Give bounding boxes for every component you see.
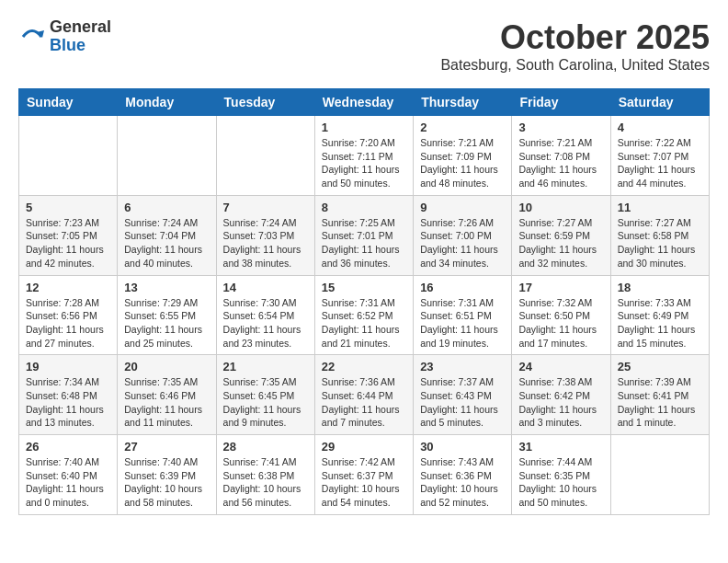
day-info: Sunrise: 7:39 AM Sunset: 6:41 PM Dayligh…: [618, 375, 702, 430]
page-header: General Blue October 2025 Batesburg, Sou…: [18, 18, 710, 74]
weekday-header-monday: Monday: [118, 89, 216, 116]
day-number: 24: [518, 360, 603, 373]
day-number: 12: [26, 281, 110, 294]
calendar-cell: 6Sunrise: 7:24 AM Sunset: 7:04 PM Daylig…: [118, 195, 216, 275]
day-info: Sunrise: 7:30 AM Sunset: 6:54 PM Dayligh…: [223, 296, 308, 350]
logo-general-text: General: [50, 18, 111, 37]
weekday-header-saturday: Saturday: [610, 89, 709, 116]
day-number: 31: [518, 440, 603, 454]
day-info: Sunrise: 7:35 AM Sunset: 6:45 PM Dayligh…: [223, 375, 308, 430]
day-number: 18: [618, 281, 702, 294]
calendar-cell: 10Sunrise: 7:27 AM Sunset: 6:59 PM Dayli…: [512, 195, 610, 275]
title-section: October 2025 Batesburg, South Carolina, …: [440, 18, 710, 74]
day-info: Sunrise: 7:40 AM Sunset: 6:39 PM Dayligh…: [124, 455, 209, 510]
calendar-cell: 17Sunrise: 7:32 AM Sunset: 6:50 PM Dayli…: [512, 275, 610, 355]
day-number: 11: [618, 201, 702, 214]
calendar-cell: 1Sunrise: 7:20 AM Sunset: 7:11 PM Daylig…: [314, 116, 413, 196]
calendar-cell: 29Sunrise: 7:42 AM Sunset: 6:37 PM Dayli…: [314, 435, 413, 515]
calendar-week-row: 1Sunrise: 7:20 AM Sunset: 7:11 PM Daylig…: [19, 116, 710, 196]
day-number: 23: [420, 360, 505, 373]
day-number: 28: [223, 440, 308, 454]
day-info: Sunrise: 7:37 AM Sunset: 6:43 PM Dayligh…: [420, 375, 505, 430]
day-number: 13: [124, 281, 209, 294]
day-info: Sunrise: 7:38 AM Sunset: 6:42 PM Dayligh…: [518, 375, 603, 430]
day-number: 2: [420, 121, 505, 134]
day-number: 10: [518, 201, 603, 214]
weekday-header-tuesday: Tuesday: [216, 89, 314, 116]
day-number: 5: [26, 201, 110, 214]
day-info: Sunrise: 7:40 AM Sunset: 6:40 PM Dayligh…: [26, 455, 110, 510]
logo-text: General Blue: [50, 18, 111, 55]
calendar-cell: [19, 116, 118, 196]
day-number: 29: [322, 440, 406, 454]
calendar-cell: [118, 116, 216, 196]
calendar-cell: 26Sunrise: 7:40 AM Sunset: 6:40 PM Dayli…: [19, 435, 118, 515]
month-title: October 2025: [440, 18, 710, 57]
logo-icon: [18, 23, 46, 51]
calendar-cell: 20Sunrise: 7:35 AM Sunset: 6:46 PM Dayli…: [118, 355, 216, 435]
day-number: 19: [26, 360, 110, 373]
day-info: Sunrise: 7:33 AM Sunset: 6:49 PM Dayligh…: [618, 296, 702, 350]
day-number: 4: [618, 121, 702, 134]
weekday-header-sunday: Sunday: [19, 89, 118, 116]
calendar-cell: 19Sunrise: 7:34 AM Sunset: 6:48 PM Dayli…: [19, 355, 118, 435]
calendar-cell: 12Sunrise: 7:28 AM Sunset: 6:56 PM Dayli…: [19, 275, 118, 355]
day-number: 7: [223, 201, 308, 214]
location-title: Batesburg, South Carolina, United States: [440, 57, 710, 74]
logo: General Blue: [18, 18, 111, 55]
day-number: 14: [223, 281, 308, 294]
weekday-header-thursday: Thursday: [414, 89, 512, 116]
day-info: Sunrise: 7:26 AM Sunset: 7:00 PM Dayligh…: [420, 216, 505, 270]
day-number: 17: [518, 281, 603, 294]
day-number: 6: [124, 201, 209, 214]
day-number: 1: [322, 121, 406, 134]
day-info: Sunrise: 7:34 AM Sunset: 6:48 PM Dayligh…: [26, 375, 110, 430]
weekday-header-friday: Friday: [512, 89, 610, 116]
day-info: Sunrise: 7:25 AM Sunset: 7:01 PM Dayligh…: [322, 216, 406, 270]
day-number: 25: [618, 360, 702, 373]
day-number: 26: [26, 440, 110, 454]
day-info: Sunrise: 7:28 AM Sunset: 6:56 PM Dayligh…: [26, 296, 110, 350]
calendar-cell: 4Sunrise: 7:22 AM Sunset: 7:07 PM Daylig…: [610, 116, 709, 196]
calendar-cell: 18Sunrise: 7:33 AM Sunset: 6:49 PM Dayli…: [610, 275, 709, 355]
calendar-cell: 22Sunrise: 7:36 AM Sunset: 6:44 PM Dayli…: [314, 355, 413, 435]
weekday-header-wednesday: Wednesday: [314, 89, 413, 116]
day-info: Sunrise: 7:21 AM Sunset: 7:09 PM Dayligh…: [420, 136, 505, 190]
day-info: Sunrise: 7:22 AM Sunset: 7:07 PM Dayligh…: [618, 136, 702, 190]
day-info: Sunrise: 7:21 AM Sunset: 7:08 PM Dayligh…: [518, 136, 603, 190]
calendar-week-row: 26Sunrise: 7:40 AM Sunset: 6:40 PM Dayli…: [19, 435, 710, 515]
day-info: Sunrise: 7:43 AM Sunset: 6:36 PM Dayligh…: [420, 455, 505, 510]
calendar-cell: 28Sunrise: 7:41 AM Sunset: 6:38 PM Dayli…: [216, 435, 314, 515]
day-info: Sunrise: 7:31 AM Sunset: 6:52 PM Dayligh…: [322, 296, 406, 350]
day-info: Sunrise: 7:29 AM Sunset: 6:55 PM Dayligh…: [124, 296, 209, 350]
calendar-week-row: 19Sunrise: 7:34 AM Sunset: 6:48 PM Dayli…: [19, 355, 710, 435]
calendar-week-row: 5Sunrise: 7:23 AM Sunset: 7:05 PM Daylig…: [19, 195, 710, 275]
logo-blue-text: Blue: [50, 37, 111, 55]
day-info: Sunrise: 7:44 AM Sunset: 6:35 PM Dayligh…: [518, 455, 603, 510]
day-info: Sunrise: 7:32 AM Sunset: 6:50 PM Dayligh…: [518, 296, 603, 350]
day-number: 20: [124, 360, 209, 373]
calendar-cell: 3Sunrise: 7:21 AM Sunset: 7:08 PM Daylig…: [512, 116, 610, 196]
calendar-cell: 23Sunrise: 7:37 AM Sunset: 6:43 PM Dayli…: [414, 355, 512, 435]
calendar-cell: 2Sunrise: 7:21 AM Sunset: 7:09 PM Daylig…: [414, 116, 512, 196]
day-info: Sunrise: 7:24 AM Sunset: 7:03 PM Dayligh…: [223, 216, 308, 270]
weekday-header-row: SundayMondayTuesdayWednesdayThursdayFrid…: [19, 89, 710, 116]
day-number: 3: [518, 121, 603, 134]
day-number: 8: [322, 201, 406, 214]
day-info: Sunrise: 7:23 AM Sunset: 7:05 PM Dayligh…: [26, 216, 110, 270]
day-info: Sunrise: 7:27 AM Sunset: 6:58 PM Dayligh…: [618, 216, 702, 270]
calendar-cell: [610, 435, 709, 515]
calendar-cell: 5Sunrise: 7:23 AM Sunset: 7:05 PM Daylig…: [19, 195, 118, 275]
day-info: Sunrise: 7:35 AM Sunset: 6:46 PM Dayligh…: [124, 375, 209, 430]
calendar-cell: 25Sunrise: 7:39 AM Sunset: 6:41 PM Dayli…: [610, 355, 709, 435]
calendar-cell: 13Sunrise: 7:29 AM Sunset: 6:55 PM Dayli…: [118, 275, 216, 355]
day-info: Sunrise: 7:42 AM Sunset: 6:37 PM Dayligh…: [322, 455, 406, 510]
calendar-cell: 15Sunrise: 7:31 AM Sunset: 6:52 PM Dayli…: [314, 275, 413, 355]
day-number: 22: [322, 360, 406, 373]
day-number: 16: [420, 281, 505, 294]
calendar-cell: 27Sunrise: 7:40 AM Sunset: 6:39 PM Dayli…: [118, 435, 216, 515]
day-number: 21: [223, 360, 308, 373]
calendar-cell: 31Sunrise: 7:44 AM Sunset: 6:35 PM Dayli…: [512, 435, 610, 515]
calendar-cell: 9Sunrise: 7:26 AM Sunset: 7:00 PM Daylig…: [414, 195, 512, 275]
day-info: Sunrise: 7:41 AM Sunset: 6:38 PM Dayligh…: [223, 455, 308, 510]
